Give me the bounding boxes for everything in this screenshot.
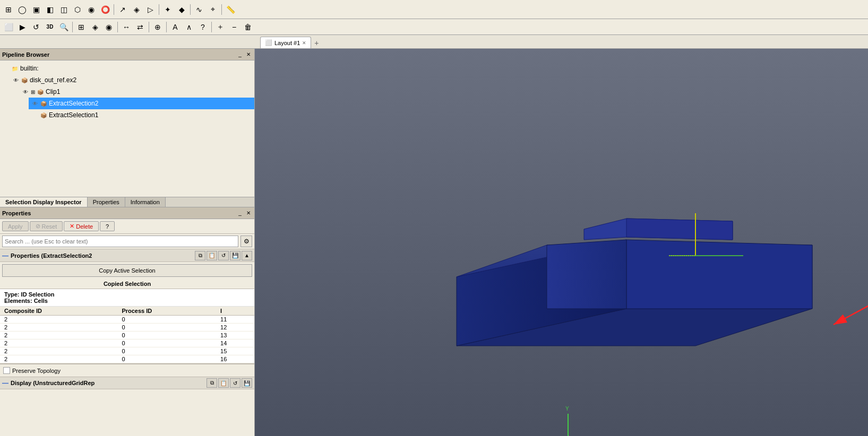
render-icon-triB[interactable]: ∧	[183, 21, 195, 33]
eye-icon-clip1[interactable]: 👁	[21, 88, 30, 96]
svg-text:Y: Y	[565, 406, 569, 412]
eye-icon-disk-out[interactable]: 👁	[12, 76, 20, 84]
tab-information[interactable]: Information	[125, 197, 166, 207]
display-section-actions: ⧉ 📋 ↺ 💾	[207, 378, 252, 388]
toolbar-icon-diamond[interactable]: ◈	[130, 3, 143, 16]
render-icon-refresh[interactable]: ↺	[30, 21, 42, 33]
toolbar-icon-play[interactable]: ▷	[144, 3, 157, 16]
toolbar-icon-panels[interactable]: ◫	[57, 3, 70, 16]
toolbar-icon-arrow[interactable]: ↗	[116, 3, 129, 16]
display-refresh-btn[interactable]: ↺	[230, 378, 240, 388]
render-icon-3d[interactable]: 3D	[44, 21, 56, 33]
render-icon-diamond2[interactable]: ◈	[89, 21, 101, 33]
tab-layout1-close[interactable]: ✕	[302, 40, 306, 46]
toolbar-separator-3	[190, 4, 191, 15]
render-icon-play[interactable]: ▶	[16, 21, 29, 33]
selection-type-info: Type: ID Selection Elements: Cells	[0, 289, 254, 307]
toolbar-icon-split[interactable]: ◧	[44, 3, 56, 16]
copied-selection-title: Copied Selection	[0, 279, 254, 289]
render-sep-2	[117, 22, 118, 32]
display-copy-btn[interactable]: ⧉	[207, 378, 217, 388]
display-section-header[interactable]: — Display (UnstructuredGridRep ⧉ 📋 ↺ 💾	[0, 377, 254, 389]
prop-section-header[interactable]: — Properties (ExtractSelection2 ⧉ 📋 ↺ 💾 …	[0, 249, 254, 262]
left-panel: Pipeline Browser _ ✕ 📁 builtin: 👁 📦 dis	[0, 49, 255, 436]
toolbar-icon-solid-diamond[interactable]: ◆	[175, 3, 188, 16]
preserve-topology-checkbox[interactable]	[3, 367, 10, 374]
toolbar-icon-hex[interactable]: ⬡	[71, 3, 84, 16]
render-icon-question[interactable]: ?	[196, 21, 209, 33]
section-refresh-btn[interactable]: ↺	[218, 251, 229, 260]
copy-active-selection-button[interactable]: Copy Active Selection	[2, 264, 252, 277]
reset-button[interactable]: ⊘ Reset	[30, 221, 63, 231]
tree-item-builtin-label: builtin:	[20, 65, 39, 72]
render-icon-triA[interactable]: A	[169, 21, 182, 33]
preserve-topology-label: Preserve Topology	[12, 368, 61, 374]
apply-button[interactable]: Apply	[2, 221, 29, 231]
tree-item-extract2[interactable]: 👁 📦 ExtractSelection2	[29, 98, 254, 109]
tab-layout1[interactable]: ⬜ Layout #1 ✕	[260, 37, 311, 48]
section-paste-btn[interactable]: 📋	[207, 251, 217, 260]
tab-layout1-label: Layout #1	[274, 40, 300, 46]
render-icon-grid2[interactable]: ⊞	[75, 21, 88, 33]
svg-marker-6	[547, 240, 626, 309]
render-icon-minus[interactable]: −	[228, 21, 240, 33]
main-toolbar: ⊞ ◯ ▣ ◧ ◫ ⬡ ◉ ⭕ ↗ ◈ ▷ ✦ ◆ ∿ ⌖ 📏	[0, 0, 868, 19]
tab-add-button[interactable]: +	[311, 38, 322, 48]
render-icon-delete[interactable]: 🗑	[242, 21, 254, 33]
properties-minimize[interactable]: _	[236, 210, 244, 217]
tree-item-extract1[interactable]: 📦 ExtractSelection1	[29, 109, 254, 121]
render-icon-arrow2[interactable]: ↔	[120, 21, 133, 33]
toolbar-separator-2	[159, 4, 159, 15]
toolbar-icon-star[interactable]: ✦	[161, 3, 174, 16]
search-settings-button[interactable]: ⚙	[240, 236, 252, 247]
display-paste-btn[interactable]: 📋	[218, 378, 229, 388]
table-row: 2016	[0, 355, 254, 363]
delete-icon: ✕	[70, 223, 74, 230]
toolbar-icon-wave[interactable]: ∿	[193, 3, 205, 16]
main-content: Pipeline Browser _ ✕ 📁 builtin: 👁 📦 dis	[0, 49, 868, 436]
toolbar-icon-circle[interactable]: ◯	[16, 3, 29, 16]
reset-icon: ⊘	[36, 223, 40, 230]
properties-header: Properties _ ✕	[0, 207, 254, 219]
pipeline-tree: 📁 builtin: 👁 📦 disk_out_ref.ex2 👁 ⊞ 📦 Cl…	[0, 60, 254, 123]
tab-properties[interactable]: Properties	[88, 197, 125, 207]
tree-item-extract1-label: ExtractSelection1	[49, 111, 98, 119]
section-save-btn[interactable]: 💾	[230, 251, 240, 260]
tab-selection-display[interactable]: Selection Display Inspector	[0, 197, 88, 207]
pipeline-browser: Pipeline Browser _ ✕ 📁 builtin: 👁 📦 dis	[0, 49, 254, 197]
tree-item-clip1[interactable]: 👁 ⊞ 📦 Clip1	[19, 86, 254, 98]
viewport[interactable]: 只显示选中的区域 https://blog.csdn.net/GENGXINGG…	[255, 49, 868, 436]
pipeline-browser-minimize[interactable]: _	[236, 51, 244, 58]
toolbar-icon-grid[interactable]: ⊞	[2, 3, 15, 16]
pipeline-browser-close[interactable]: ✕	[245, 51, 252, 58]
preserve-topology-row: Preserve Topology	[0, 364, 254, 377]
render-icon-camera[interactable]: ⬜	[2, 21, 15, 33]
prop-section-properties: — Properties (ExtractSelection2 ⧉ 📋 ↺ 💾 …	[0, 249, 254, 364]
display-save-btn[interactable]: 💾	[242, 378, 252, 388]
render-icon-swap[interactable]: ⇄	[134, 21, 147, 33]
table-row: 2015	[0, 347, 254, 355]
render-icon-add[interactable]: ＋	[214, 21, 227, 33]
render-icon-circles[interactable]: ◉	[102, 21, 115, 33]
toolbar-icon-crosshair[interactable]: ⌖	[207, 3, 219, 16]
render-icon-plus[interactable]: ⊕	[151, 21, 164, 33]
eye-icon-extract2[interactable]: 👁	[31, 99, 39, 108]
tree-item-disk-out[interactable]: 👁 📦 disk_out_ref.ex2	[10, 74, 254, 86]
selection-table[interactable]: Composite ID Process ID I 20112012201320…	[0, 307, 254, 363]
render-sep-5	[211, 22, 212, 32]
delete-button[interactable]: ✕ Delete	[64, 221, 99, 231]
toolbar-icon-target[interactable]: ◉	[85, 3, 98, 16]
prop-action-buttons: Apply ⊘ Reset ✕ Delete ?	[0, 219, 254, 234]
toolbar-icon-box[interactable]: ▣	[30, 3, 42, 16]
render-icon-zoom[interactable]: 🔍	[57, 21, 70, 33]
properties-close[interactable]: ✕	[245, 210, 252, 217]
tree-item-builtin[interactable]: 📁 builtin:	[0, 63, 254, 74]
section-copy-btn[interactable]: ⧉	[195, 251, 205, 260]
properties-search[interactable]	[2, 236, 238, 247]
help-button[interactable]: ?	[100, 221, 115, 231]
section-scroll-btn[interactable]: ▲	[242, 251, 252, 260]
tree-item-extract2-label: ExtractSelection2	[49, 100, 98, 107]
toolbar-icon-ring[interactable]: ⭕	[99, 3, 111, 16]
toolbar-icon-ruler[interactable]: 📏	[224, 3, 237, 16]
svg-marker-8	[626, 219, 733, 240]
